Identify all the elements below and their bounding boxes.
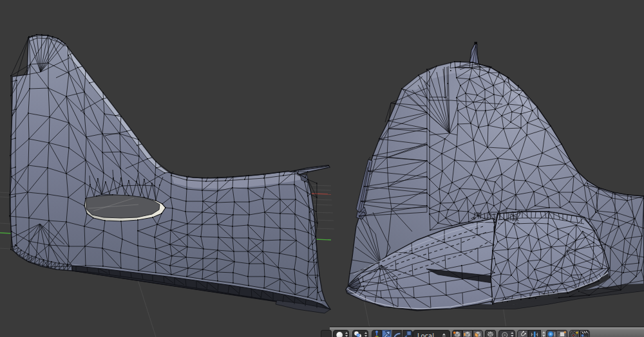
antenna-tip-vertex	[475, 42, 478, 45]
opengl-render-anim-button[interactable]	[580, 330, 590, 337]
icon-shape	[489, 335, 490, 336]
spinner-arrows-icon	[345, 332, 348, 336]
icon-shape	[582, 334, 583, 336]
transform-orientation-value: Local	[417, 332, 434, 337]
icon-shape	[520, 331, 526, 337]
icon-shape	[336, 332, 343, 337]
spinner-arrows-icon	[442, 332, 446, 337]
spinner-arrows-icon	[542, 331, 546, 337]
vertex-select-icon	[453, 331, 462, 337]
proportional-off-icon	[499, 331, 515, 337]
transform-orientation-dropdown[interactable]: Local	[413, 330, 450, 337]
icon-shape	[489, 333, 489, 334]
icon-shape	[488, 334, 489, 335]
icon-shape	[542, 331, 545, 337]
occlude-geometry-button[interactable]	[485, 330, 496, 337]
manipulator-scale-button[interactable]	[402, 330, 413, 337]
icon-shape	[453, 332, 455, 334]
icon-shape	[490, 332, 491, 332]
view3d-header: Local	[330, 327, 644, 337]
manipulator-toggle-button[interactable]	[372, 330, 382, 337]
icon-shape	[534, 332, 535, 337]
camera-icon	[570, 331, 579, 337]
icon-shape	[442, 333, 446, 337]
snap-element-button[interactable]	[528, 330, 541, 337]
icon-shape	[504, 334, 506, 336]
pivot-point-dropdown[interactable]	[352, 330, 368, 337]
occlude-cube-icon	[486, 331, 495, 337]
viewport-3d[interactable]	[0, 0, 644, 337]
viewport-shading-dropdown[interactable]	[333, 330, 349, 337]
face-select-button[interactable]	[473, 330, 483, 337]
vertex-select-button[interactable]	[452, 330, 462, 337]
shading-solid-icon	[334, 331, 348, 337]
boxes-sparkle-icon	[556, 331, 567, 337]
spinner-arrows-icon	[511, 332, 513, 336]
edge-select-button[interactable]	[462, 330, 473, 337]
icon-shape	[573, 334, 574, 336]
face-select-icon	[473, 331, 482, 337]
icon-shape	[491, 334, 491, 334]
proportional-editing-dropdown[interactable]	[498, 330, 515, 337]
icon-shape	[357, 334, 359, 336]
manipulator-translate-button[interactable]	[382, 330, 392, 337]
rotate-arc-icon	[393, 331, 401, 337]
icon-shape	[520, 331, 526, 337]
scale-square-icon	[403, 331, 412, 337]
snap-increment-icon	[529, 331, 540, 337]
snap-toggle-button[interactable]	[517, 330, 528, 337]
icon-shape	[376, 332, 377, 336]
edge-select-icon	[463, 331, 472, 337]
blender-window: Local	[0, 0, 644, 337]
icon-shape	[488, 334, 488, 334]
opengl-render-button[interactable]	[569, 330, 580, 337]
mode-dropdown-partial[interactable]	[321, 330, 332, 337]
translate-arrow-icon	[383, 331, 391, 337]
icon-shape	[560, 332, 565, 337]
icon-shape	[488, 332, 489, 333]
manipulator-rotate-button[interactable]	[392, 330, 402, 337]
snap-element-spinner[interactable]	[542, 331, 546, 337]
icon-shape	[491, 332, 492, 333]
icon-shape	[406, 331, 411, 336]
manipulator-axis-icon	[372, 331, 381, 337]
spinner-arrows-icon	[365, 332, 367, 336]
icon-shape	[491, 335, 492, 336]
clapperboard-icon	[580, 331, 589, 337]
magnet-icon	[518, 331, 527, 337]
pivot-median-icon	[353, 331, 368, 337]
icon-shape	[493, 334, 493, 334]
icon-shape	[549, 333, 551, 335]
snap-peel-object-button[interactable]	[556, 330, 567, 337]
